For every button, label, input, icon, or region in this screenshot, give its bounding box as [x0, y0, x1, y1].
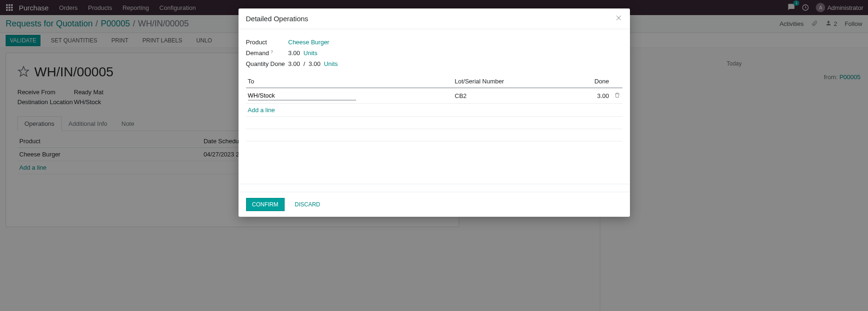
lot-cell[interactable]: CB2 — [453, 88, 566, 104]
demand-label: Demand ? — [246, 49, 288, 57]
qty-done-label: Quantity Done — [246, 60, 288, 67]
product-label: Product — [246, 39, 288, 46]
modal-add-line[interactable]: Add a line — [248, 106, 275, 114]
modal-table: To Lot/Serial Number Done CB2 3.00 Add a… — [246, 75, 622, 141]
to-input[interactable] — [248, 91, 356, 100]
demand-value: 3.00 Units — [288, 49, 318, 57]
product-value[interactable]: Cheese Burger — [288, 39, 329, 46]
col-done: Done — [566, 75, 611, 88]
trash-icon[interactable] — [614, 93, 621, 100]
modal-overlay: Detailed Operations Product Cheese Burge… — [0, 0, 868, 311]
demand-help-icon[interactable]: ? — [271, 49, 273, 54]
discard-button[interactable]: Discard — [289, 198, 326, 211]
detailed-operations-modal: Detailed Operations Product Cheese Burge… — [239, 8, 630, 217]
qty-done-value: 3.00 / 3.00 Units — [288, 60, 338, 67]
close-icon[interactable] — [615, 14, 622, 23]
col-lot: Lot/Serial Number — [453, 75, 566, 88]
confirm-button[interactable]: Confirm — [246, 198, 285, 211]
modal-title: Detailed Operations — [246, 15, 309, 23]
modal-table-row[interactable]: CB2 3.00 — [246, 88, 622, 104]
col-to: To — [246, 75, 453, 88]
done-cell[interactable]: 3.00 — [566, 88, 611, 104]
